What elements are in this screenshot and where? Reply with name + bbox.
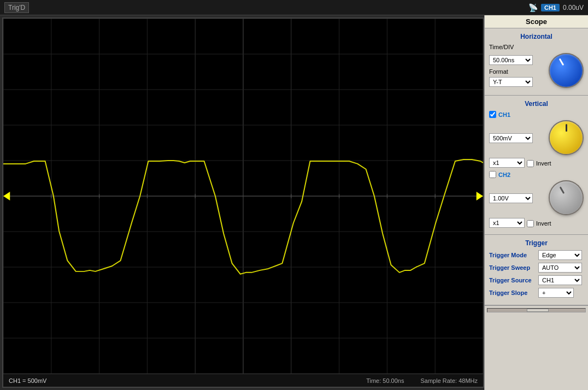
ch2-knob[interactable] xyxy=(550,181,583,214)
format-select[interactable]: Y-T X-Y xyxy=(489,77,533,87)
trigger-mode-select[interactable]: Edge Pulse Slope xyxy=(538,250,582,260)
ch1-knob-border xyxy=(549,120,584,155)
ch1-knob[interactable] xyxy=(550,121,583,154)
ch2-invert-row: Invert xyxy=(527,220,551,227)
scope-time: Time: 50.00ns xyxy=(366,377,404,384)
trigger-source-select[interactable]: CH1 CH2 EXT xyxy=(538,275,582,285)
horizontal-knob-border xyxy=(549,53,584,88)
horizontal-section: Horizontal Time/DIV 50.00ns 100.00ns 25.… xyxy=(485,28,588,96)
ch1-checkbox[interactable] xyxy=(489,111,496,118)
ch1-knob-indicator xyxy=(566,124,567,132)
ch1-probe-select[interactable]: x1 x10 x100 xyxy=(489,158,525,168)
ch1-invert-row: Invert xyxy=(527,160,551,167)
ch1-invert-label: Invert xyxy=(536,160,551,167)
format-label: Format xyxy=(489,68,536,75)
trigger-slope-label: Trigger Slope xyxy=(489,289,538,296)
trigger-section: Trigger Trigger Mode Edge Pulse Slope Tr… xyxy=(485,235,588,305)
waveform-display xyxy=(3,19,483,374)
scope-sample-rate: Sample Rate: 48MHz xyxy=(420,377,478,384)
ch1-controls: 500mV 1.00V 200mV 100mV xyxy=(489,120,584,155)
panel-title: Scope xyxy=(485,15,588,28)
vertical-title: Vertical xyxy=(489,100,584,108)
horizontal-controls: 50.00ns 100.00ns 25.00ns 10.00ns Format … xyxy=(489,53,584,88)
ch2-label: CH2 xyxy=(498,172,510,178)
trigger-title: Trigger xyxy=(489,239,584,247)
top-bar: Trig'D 📡 CH1 0.00uV xyxy=(0,0,588,15)
vertical-section: Vertical CH1 500mV 1.00V 200mV 100mV xyxy=(485,96,588,235)
time-div-row: Time/DIV xyxy=(489,44,584,50)
ch1-checkbox-row: CH1 xyxy=(489,111,584,118)
trigger-slope-row: Trigger Slope + - xyxy=(489,288,584,298)
scope-status-left: CH1 = 500mV xyxy=(9,377,46,384)
ch1-scale-select[interactable]: 500mV 1.00V 200mV 100mV xyxy=(489,133,533,143)
ch2-probe-select[interactable]: x1 x10 x100 xyxy=(489,218,525,228)
horizontal-title: Horizontal xyxy=(489,33,584,40)
right-panel: Scope Horizontal Time/DIV 50.00ns 100.00… xyxy=(484,15,588,390)
ch2-knob-border xyxy=(549,180,584,215)
ch2-invert-label: Invert xyxy=(536,220,551,227)
trigger-mode-label: Trigger Mode xyxy=(489,252,538,258)
channel-badge: CH1 xyxy=(541,4,560,11)
ch2-controls: 1.00V 500mV 2.00V xyxy=(489,180,584,215)
time-div-select[interactable]: 50.00ns 100.00ns 25.00ns 10.00ns xyxy=(489,55,533,65)
main-content: CH1 = 500mV Time: 50.00ns Sample Rate: 4… xyxy=(0,15,588,390)
trigger-sweep-label: Trigger Sweep xyxy=(489,264,538,271)
knob-indicator xyxy=(558,58,564,66)
svg-marker-30 xyxy=(3,192,10,200)
trig-status: Trig'D xyxy=(4,2,29,13)
ch2-scale-select[interactable]: 1.00V 500mV 2.00V xyxy=(489,193,533,203)
ch1-label: CH1 xyxy=(498,111,510,118)
trigger-sweep-select[interactable]: AUTO NORMAL SINGLE xyxy=(538,263,582,273)
voltage-reading: 0.00uV xyxy=(563,4,584,11)
scrollbar-area[interactable] xyxy=(485,305,588,314)
trigger-source-label: Trigger Source xyxy=(489,277,538,283)
ch1-invert-checkbox[interactable] xyxy=(527,160,534,167)
time-div-label: Time/DIV xyxy=(489,44,536,50)
svg-marker-31 xyxy=(477,192,483,200)
ch1-indicator: 📡 CH1 0.00uV xyxy=(528,3,584,12)
trigger-source-row: Trigger Source CH1 CH2 EXT xyxy=(489,275,584,285)
ch2-checkbox-row: CH2 xyxy=(489,171,584,178)
horizontal-knob[interactable] xyxy=(550,54,583,87)
trigger-mode-row: Trigger Mode Edge Pulse Slope xyxy=(489,250,584,260)
trigger-sweep-row: Trigger Sweep AUTO NORMAL SINGLE xyxy=(489,263,584,273)
ch2-knob-indicator xyxy=(559,186,565,194)
channel-icon: 📡 xyxy=(528,3,538,12)
ch2-checkbox[interactable] xyxy=(489,171,496,178)
ch2-invert-checkbox[interactable] xyxy=(527,220,534,227)
trigger-slope-select[interactable]: + - xyxy=(538,288,574,298)
